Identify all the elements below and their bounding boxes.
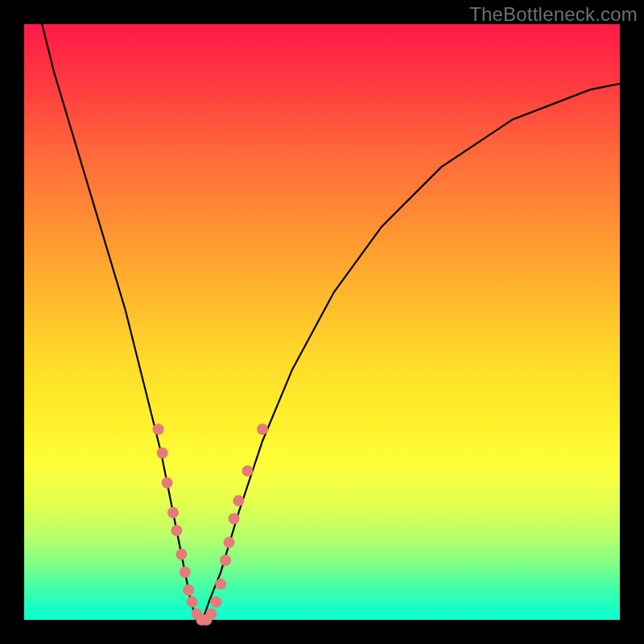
data-marker <box>157 448 168 459</box>
data-marker <box>180 567 191 578</box>
data-marker <box>183 584 194 596</box>
data-marker <box>187 597 198 608</box>
data-marker <box>153 423 164 435</box>
plot-area <box>24 24 620 620</box>
watermark-text: TheBottleneck.com <box>469 3 638 26</box>
data-marker <box>233 495 244 506</box>
data-marker <box>167 507 179 518</box>
data-marker <box>162 477 173 489</box>
data-markers <box>153 423 269 625</box>
chart-frame: TheBottleneck.com <box>0 0 644 644</box>
data-marker <box>215 579 226 590</box>
chart-svg <box>24 24 620 620</box>
data-marker <box>224 537 235 548</box>
data-marker <box>175 549 187 560</box>
data-marker <box>210 597 221 608</box>
data-marker <box>257 423 268 435</box>
data-marker <box>242 465 254 477</box>
data-marker <box>171 525 182 536</box>
data-marker <box>205 609 217 620</box>
bottleneck-curve <box>42 24 620 620</box>
data-marker <box>220 555 231 566</box>
data-marker <box>229 513 240 524</box>
